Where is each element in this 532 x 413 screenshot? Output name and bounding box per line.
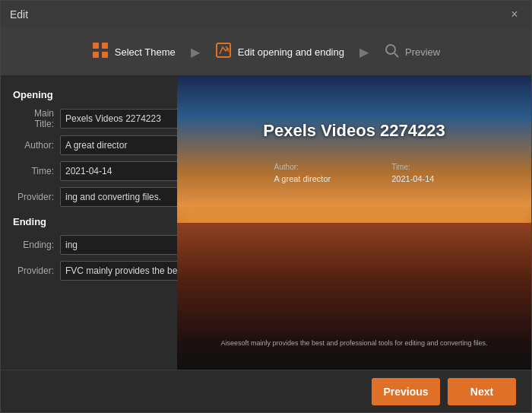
step-edit-opening-label: Edit opening and ending <box>238 46 344 58</box>
previous-button[interactable]: Previous <box>372 378 440 405</box>
provider-label: Provider: <box>13 192 60 202</box>
svg-rect-2 <box>93 52 99 58</box>
step-preview-label: Preview <box>405 46 440 58</box>
time-label: Time: <box>13 166 60 176</box>
ending-input[interactable] <box>60 235 177 255</box>
author-label: Author: <box>13 140 60 151</box>
main-content: Opening Main Title: Author: Time: Provid… <box>1 75 531 370</box>
preview-time-label: Time: <box>391 163 434 171</box>
svg-point-6 <box>386 45 395 54</box>
svg-rect-1 <box>102 43 108 49</box>
time-input[interactable] <box>60 161 177 181</box>
ending-label: Ending: <box>13 240 60 250</box>
time-row: Time: <box>13 161 165 181</box>
preview-author-col: Author: A great director <box>274 163 331 183</box>
preview-meta: Author: A great director Time: 2021-04-1… <box>177 163 531 183</box>
edit-opening-icon <box>215 42 232 62</box>
preview-author-label: Author: <box>274 163 331 171</box>
preview-time-value: 2021-04-14 <box>391 174 434 183</box>
svg-line-7 <box>394 53 398 57</box>
step-arrow-2: ▶ <box>356 45 372 59</box>
provider-input[interactable] <box>60 187 177 207</box>
select-theme-icon <box>92 42 109 62</box>
svg-rect-0 <box>93 43 99 49</box>
ending-provider-label: Provider: <box>13 265 60 276</box>
step-select-theme[interactable]: Select Theme <box>80 36 188 68</box>
right-panel: Pexels Videos 2274223 Author: A great di… <box>177 75 531 370</box>
author-input[interactable] <box>60 135 177 155</box>
ending-provider-input[interactable] <box>60 261 177 281</box>
opening-section-title: Opening <box>13 89 165 100</box>
ending-provider-row: Provider: <box>13 261 165 281</box>
main-title-input[interactable] <box>60 109 177 129</box>
main-title-label: Main Title: <box>13 108 60 129</box>
ending-row: Ending: <box>13 235 165 255</box>
preview-footer: Aiseesoft mainly provides the best and p… <box>177 339 531 347</box>
modal-title: Edit <box>10 8 28 21</box>
preview-icon <box>384 43 399 62</box>
close-button[interactable]: × <box>507 7 522 22</box>
preview-image: Pexels Videos 2274223 Author: A great di… <box>177 75 531 370</box>
preview-time-col: Time: 2021-04-14 <box>391 163 434 183</box>
steps-bar: Select Theme ▶ Edit opening and ending ▶ <box>1 28 531 75</box>
author-row: Author: <box>13 135 165 155</box>
step-preview[interactable]: Preview <box>372 37 452 68</box>
title-bar: Edit × <box>1 1 531 28</box>
preview-title: Pexels Videos 2274223 <box>177 121 531 141</box>
svg-rect-3 <box>102 52 108 58</box>
step-edit-opening[interactable]: Edit opening and ending <box>203 36 356 68</box>
main-title-row: Main Title: <box>13 108 165 129</box>
preview-author-value: A great director <box>274 174 331 183</box>
modal-container: Edit × Select Theme ▶ <box>0 0 532 413</box>
bottom-bar: Previous Next <box>1 370 531 412</box>
next-button[interactable]: Next <box>448 378 516 405</box>
step-arrow-1: ▶ <box>188 45 203 59</box>
water-layer <box>177 223 531 370</box>
ending-section-title: Ending <box>13 216 165 227</box>
left-panel: Opening Main Title: Author: Time: Provid… <box>1 75 177 370</box>
step-select-theme-label: Select Theme <box>115 46 176 58</box>
provider-row: Provider: <box>13 187 165 207</box>
